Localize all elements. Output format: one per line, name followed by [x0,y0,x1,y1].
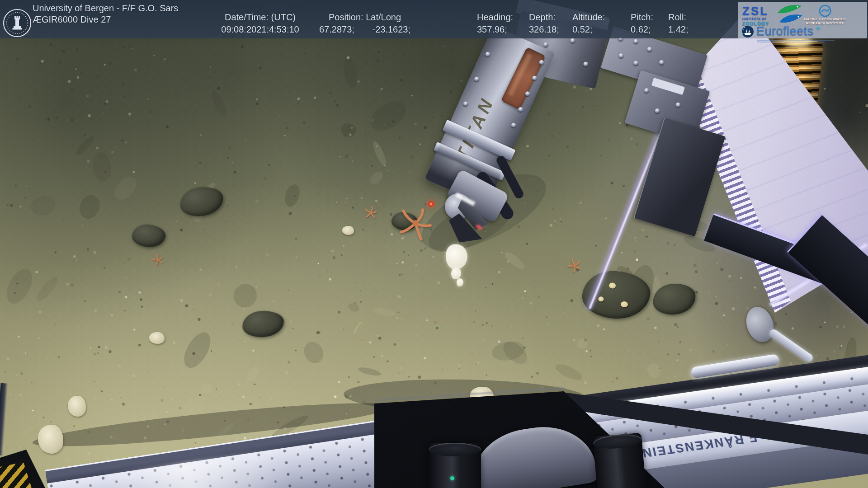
sponge [68,396,86,417]
longitude-value: -23.1623; [372,24,410,35]
push-core-tube [593,433,646,488]
zsl-logo: ZSL INSTITUTE OF ZOOLOGY [742,5,769,26]
partner-logo-panel: ZSL INSTITUTE OF ZOOLOGY MARINE & FRESHW… [738,2,867,38]
shell [598,296,604,302]
zsl-acronym: ZSL [742,5,769,17]
datetime-label: Date/Time: (UTC) [216,12,304,23]
pitch-value: 0.62; [631,24,653,35]
eurofleets-tagline-line [757,42,825,42]
mfri-wave-icon [818,4,832,18]
datetime-block: Date/Time: (UTC) 09:08:2021:4:53:10 [216,12,304,35]
dive-title-line2: ÆGIR6000 Dive 27 [33,14,178,25]
heading-label: Heading: [477,12,513,23]
eurofleets-ship-icon [741,25,754,38]
bolt [646,46,653,52]
latitude-value: 67.2873; [319,24,354,35]
depth-label: Depth: [529,12,559,23]
bolt [659,60,665,66]
bolt [633,60,639,66]
roll-value: 1.42; [668,24,688,35]
telemetry-depth: Depth: 326.18; [529,12,559,35]
university-seal [3,9,32,38]
laser-dot [429,202,434,206]
sponge [149,332,165,344]
bolt [633,38,639,45]
tube-cap [429,443,481,456]
pitch-label: Pitch: [631,12,653,23]
shell [621,301,628,308]
vessel-title: University of Bergen - F/F G.O. Sars ÆGI… [33,3,178,25]
vessel-title-line1: University of Bergen - F/F G.O. Sars [33,3,178,14]
bolt [675,102,681,108]
push-core-tube [429,443,481,488]
roll-label: Roll: [668,12,688,23]
marker-dot [450,476,454,480]
telemetry-altitude: Altitude: 0.52; [572,12,605,35]
telemetry-pitch: Pitch: 0.62; [631,12,653,35]
position-label: Position: Lat/Long [319,12,410,23]
telemetry-roll: Roll: 1.42; [668,12,688,35]
bolt [643,88,650,94]
telemetry-heading: Heading: 357.96; [477,12,513,35]
rov-video-frame: → F RÅNKENSTEIN [0,0,868,488]
telemetry-overlay-bar: University of Bergen - F/F G.O. Sars ÆGI… [0,0,868,38]
datetime-value: 09:08:2021:4:53:10 [216,24,304,35]
mfri-logo: MARINE & FRESHWATER RESEARCH INSTITUTE [802,4,848,25]
eurofleets-plus: + [816,23,821,33]
shell-fragment [342,226,354,235]
altitude-label: Altitude: [572,12,605,23]
hazard-striped-bumper [0,450,45,488]
fish-logo-icon [776,3,804,26]
shell [609,282,616,289]
zsl-line1: INSTITUTE OF [742,18,769,21]
eurofleets-name: Eurofleets [756,25,814,38]
heading-value: 357.96; [477,24,513,35]
eurofleets-logo: Eurofleets + [741,25,821,38]
bolt [618,53,624,59]
altitude-value: 0.52; [572,24,605,35]
eurofleets-tagline-line [757,40,835,41]
position-block: Position: Lat/Long 67.2873; -23.1623; [319,12,410,35]
depth-value: 326.18; [529,24,559,35]
bolt [654,108,660,114]
brittle-star-small [364,206,377,219]
